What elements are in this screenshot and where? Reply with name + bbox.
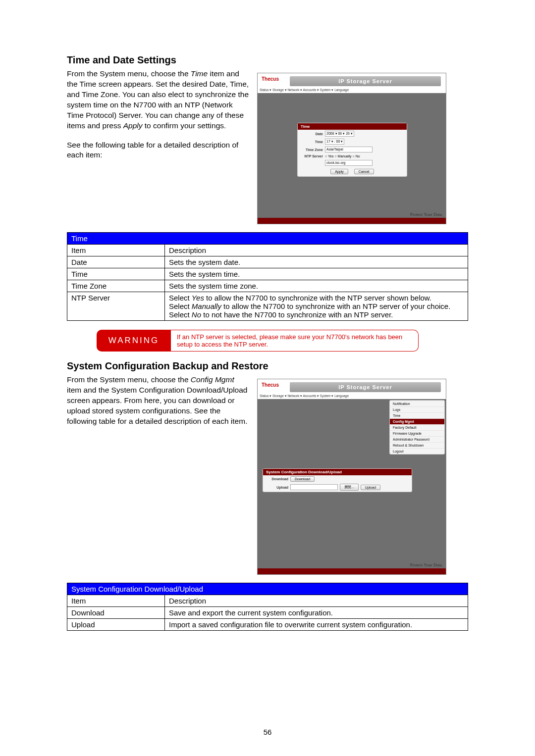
header-desc: Description <box>165 595 468 607</box>
screenshot-config-box: Thecus IP Storage Server Status ▾ Storag… <box>257 379 446 575</box>
protect-tag: Protect Your Data <box>410 562 442 567</box>
cell-item: Time <box>67 268 165 280</box>
document-page: Time and Date Settings From the System m… <box>0 0 535 756</box>
side-item[interactable]: Logout <box>390 448 444 454</box>
brand-logo: Thecus <box>262 76 279 82</box>
section2-row: From the System menu, choose the Config … <box>67 375 468 575</box>
row-date: Date 2008 ▾ 06 ▾ 26 ▾ <box>298 130 407 138</box>
ntp-options[interactable]: ○ Yes ○ Manually ○ No <box>325 154 360 158</box>
ss-header-area: Thecus IP Storage Server Status ▾ Storag… <box>258 73 446 93</box>
row-upload: Upload 瀏覽... Upload <box>263 483 412 492</box>
table-time: Time Item Description DateSets the syste… <box>67 232 468 321</box>
table-row: Item Description <box>67 595 468 607</box>
ss2-header-area: Thecus IP Storage Server Status ▾ Storag… <box>258 379 446 399</box>
row-download: Download Download <box>263 475 412 483</box>
section1-para1: From the System menu, choose the Time it… <box>67 69 250 131</box>
browse-button[interactable]: 瀏覽... <box>340 484 359 491</box>
table-row: Item Description <box>67 245 468 256</box>
cell-desc: Sets the system time zone. <box>165 280 468 292</box>
cell-desc: Select Yes to allow the N7700 to synchro… <box>165 292 468 321</box>
label-download: Download <box>266 477 288 481</box>
row-buttons: Apply Cancel <box>298 167 407 176</box>
screenshot-config: Thecus IP Storage Server Status ▾ Storag… <box>257 375 468 575</box>
protect-tag: Protect Your Data <box>410 212 442 217</box>
table-row: DateSets the system date. <box>67 256 468 268</box>
warning-text: If an NTP server is selected, please mak… <box>171 330 419 352</box>
ss-title: IP Storage Server <box>290 76 441 86</box>
cell-item: Time Zone <box>67 280 165 292</box>
table-row: TimeSets the system time. <box>67 268 468 280</box>
ss2-footer <box>258 568 446 574</box>
side-item-active[interactable]: Config Mgmt <box>390 418 444 424</box>
ss-footer <box>258 218 446 224</box>
section1-text: From the System menu, choose the Time it… <box>67 69 250 224</box>
page-number: 56 <box>0 728 535 736</box>
section-heading-time: Time and Date Settings <box>67 54 468 66</box>
side-item[interactable]: Logs <box>390 406 444 412</box>
row-time: Time 17 ▾ : 00 ▾ <box>298 138 407 146</box>
cell-desc: Sets the system time. <box>165 268 468 280</box>
table-row: UploadImport a saved configuration file … <box>67 619 468 631</box>
warning-box: WARNING If an NTP server is selected, pl… <box>97 330 419 352</box>
row-ntp: NTP Server ○ Yes ○ Manually ○ No <box>298 153 407 159</box>
upload-button[interactable]: Upload <box>361 485 380 490</box>
input-upload-path[interactable] <box>290 484 338 490</box>
label-tz: Time Zone <box>301 148 323 151</box>
screenshot-time: Thecus IP Storage Server Status ▾ Storag… <box>257 69 468 224</box>
section1-para2: See the following table for a detailed d… <box>67 140 250 161</box>
label-ntp: NTP Server <box>301 154 323 158</box>
ss2-menubar: Status ▾ Storage ▾ Network ▾ Accounts ▾ … <box>260 394 444 400</box>
config-panel: System Configuration Download/Upload Dow… <box>263 468 412 492</box>
side-item[interactable]: Firmware Upgrade <box>390 430 444 436</box>
cell-desc: Sets the system date. <box>165 256 468 268</box>
time-panel: Time Date 2008 ▾ 06 ▾ 26 ▾ Time 17 ▾ : 0… <box>297 123 407 177</box>
cancel-button[interactable]: Cancel <box>354 169 374 174</box>
section-heading-backup: System Configuration Backup and Restore <box>67 360 468 372</box>
cell-desc: Save and export the current system confi… <box>165 607 468 619</box>
header-item: Item <box>67 595 165 607</box>
time-panel-header: Time <box>298 123 407 130</box>
input-date[interactable]: 2008 ▾ 06 ▾ 26 ▾ <box>325 131 354 137</box>
row-tz: Time Zone Asia/Taipei <box>298 146 407 153</box>
warning-label: WARNING <box>97 330 171 352</box>
cell-item: Upload <box>67 619 165 631</box>
label-time: Time <box>301 140 323 144</box>
cell-desc: Import a saved configuration file to ove… <box>165 619 468 631</box>
side-menu: Notification Logs Time Config Mgmt Facto… <box>389 400 445 454</box>
config-panel-header: System Configuration Download/Upload <box>263 469 412 475</box>
ss2-title: IP Storage Server <box>290 382 441 392</box>
input-time[interactable]: 17 ▾ : 00 ▾ <box>325 139 344 145</box>
header-desc: Description <box>165 245 468 256</box>
ss-menubar: Status ▾ Storage ▾ Network ▾ Accounts ▾ … <box>260 88 444 94</box>
section2-para: From the System menu, choose the Config … <box>67 375 250 427</box>
brand-logo: Thecus <box>262 382 279 388</box>
side-item[interactable]: Reboot & Shutdown <box>390 442 444 448</box>
table-row: Time ZoneSets the system time zone. <box>67 280 468 292</box>
label-upload: Upload <box>266 486 288 489</box>
table-row: NTP Server Select Yes to allow the N7700… <box>67 292 468 321</box>
row-ntp-val: clock.isc.org <box>298 159 407 167</box>
header-item: Item <box>67 245 165 256</box>
screenshot-time-box: Thecus IP Storage Server Status ▾ Storag… <box>257 73 446 224</box>
section2-text: From the System menu, choose the Config … <box>67 375 250 575</box>
side-item[interactable]: Time <box>390 412 444 418</box>
side-item[interactable]: Factory Default <box>390 424 444 430</box>
cell-item: NTP Server <box>67 292 165 321</box>
table-config: System Configuration Download/Upload Ite… <box>67 583 468 631</box>
table1-title: Time <box>67 233 468 245</box>
input-ntp[interactable]: clock.isc.org <box>325 160 373 166</box>
download-button[interactable]: Download <box>290 476 315 482</box>
input-tz[interactable]: Asia/Taipei <box>325 147 373 152</box>
cell-item: Date <box>67 256 165 268</box>
section1-row: From the System menu, choose the Time it… <box>67 69 468 224</box>
apply-button[interactable]: Apply <box>330 169 348 174</box>
side-item[interactable]: Notification <box>390 401 444 406</box>
cell-item: Download <box>67 607 165 619</box>
side-item[interactable]: Administrator Password <box>390 436 444 442</box>
label-date: Date <box>301 132 323 136</box>
table2-title: System Configuration Download/Upload <box>67 583 468 595</box>
table-row: DownloadSave and export the current syst… <box>67 607 468 619</box>
